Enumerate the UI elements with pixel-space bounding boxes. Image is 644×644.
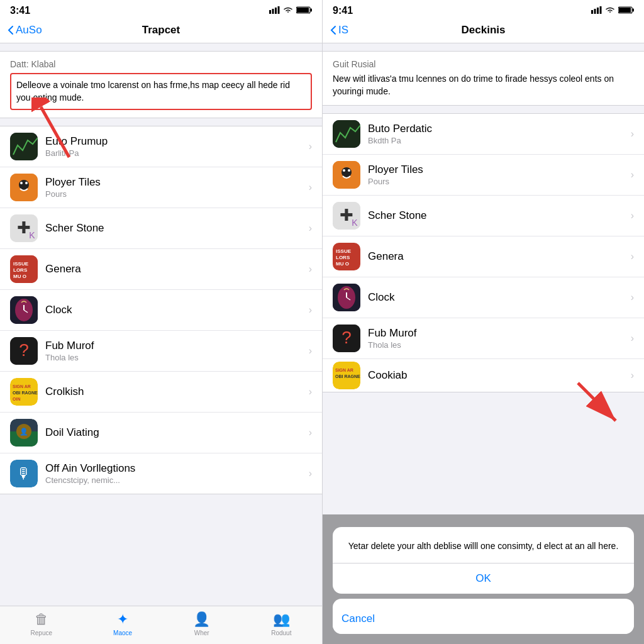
list-item[interactable]: Euto Prumup Barlitr Pa › [0, 126, 322, 167]
battery-icon-r [618, 6, 634, 16]
list-item[interactable]: ✚K Scher Stone › [0, 208, 322, 249]
euto-text: Euto Prumup Barlitr Pa [45, 135, 304, 158]
right-phone-panel: 9:41 IS Deckinis Guit Rusial New witl it… [322, 0, 644, 644]
tab-maoce[interactable]: ✦ Maoce [113, 611, 132, 636]
doil-icon: 👤 [10, 419, 38, 447]
svg-text:OBI RAGNE: OBI RAGNE [13, 391, 38, 395]
list-item[interactable]: ISSUELORSMU O Genera › [323, 236, 644, 277]
crolkish-icon: SIGN AROBI RAGNEOIN [10, 378, 38, 406]
list-item[interactable]: 👤 Doil Viating › [0, 413, 322, 453]
left-time: 3:41 [10, 5, 30, 16]
buto-icon [333, 120, 360, 148]
alert-ok-button[interactable]: OK [333, 563, 634, 594]
left-tab-bar: 🗑 Repuce ✦ Maoce 👤 Wher 👥 Roduut [0, 606, 322, 644]
svg-text:K: K [29, 230, 35, 240]
list-item[interactable]: Clock › [0, 290, 322, 331]
svg-point-47 [343, 169, 345, 172]
signal-icon-r [591, 6, 602, 16]
svg-text:LORS: LORS [336, 255, 350, 260]
chevron-icon: › [631, 169, 634, 180]
right-info-text: New witl itlivas'a tmu lcennes on do tri… [333, 73, 634, 97]
svg-text:👤: 👤 [19, 427, 28, 436]
scher-r-icon: ✚K [333, 202, 360, 230]
offain-icon: 🎙 [10, 460, 38, 487]
genera-text: Genera [45, 263, 304, 275]
right-back-button[interactable]: IS [330, 24, 348, 36]
chevron-icon: › [309, 264, 312, 275]
list-item[interactable]: SIGN AROBI RAGNE Cookiab › [323, 359, 644, 392]
svg-rect-1 [272, 9, 274, 14]
list-item[interactable]: ✚K Scher Stone › [323, 196, 644, 236]
alert-cancel-button[interactable]: Cancel [333, 604, 634, 634]
svg-text:SIGN AR: SIGN AR [335, 368, 353, 372]
alert-box: Yetar delete your alth deblise willl one… [333, 527, 634, 594]
crolkish-text: Crolkish [45, 386, 304, 398]
scher-r-text: Scher Stone [368, 209, 626, 222]
left-back-button[interactable]: AuSo [8, 24, 42, 36]
alert-cancel-box: Cancel [333, 599, 634, 634]
svg-text:LORS: LORS [13, 267, 28, 273]
left-nav-bar: AuSo Trapcet [0, 19, 322, 43]
list-item[interactable]: SIGN AROBI RAGNEOIN Crolkish › [0, 372, 322, 413]
svg-point-12 [20, 182, 23, 184]
buto-text: Buto Perdatic Bkdth Pa [368, 123, 626, 145]
chevron-icon: › [631, 370, 634, 381]
ployer-r-icon [333, 161, 360, 189]
alert-overlay: Yetar delete your alth deblise willl one… [323, 514, 644, 644]
list-item[interactable]: Ployer Tiles Pours › [0, 167, 322, 208]
ployer-icon [10, 174, 38, 201]
list-item[interactable]: Ployer Tiles Pours › [323, 155, 644, 196]
list-item[interactable]: Clock › [323, 277, 644, 318]
right-status-bar: 9:41 [323, 0, 644, 19]
fub-r-icon: ? [333, 325, 360, 352]
right-app-list: Buto Perdatic Bkdth Pa › Ployer Tiles Po… [323, 113, 644, 392]
chevron-icon: › [309, 427, 312, 438]
chevron-icon: › [309, 182, 312, 193]
person2-icon: 👥 [273, 611, 290, 628]
svg-text:?: ? [341, 328, 352, 347]
genera-r-text: Genera [368, 250, 626, 263]
right-info-header: Guit Rusial [333, 59, 634, 69]
trash-icon: 🗑 [35, 611, 48, 628]
svg-rect-2 [275, 8, 277, 14]
list-item[interactable]: Buto Perdatic Bkdth Pa › [323, 114, 644, 155]
svg-rect-39 [597, 8, 599, 14]
clock-r-icon [333, 284, 360, 311]
chevron-icon: › [631, 210, 634, 221]
svg-rect-5 [297, 8, 309, 13]
list-item[interactable]: ? Fub Murof Thola les › [323, 318, 644, 359]
clock-text: Clock [45, 304, 304, 316]
svg-text:ISSUE: ISSUE [13, 261, 29, 267]
tab-repuce[interactable]: 🗑 Repuce [31, 611, 52, 636]
chevron-icon: › [309, 468, 312, 479]
right-nav-title: Deckinis [462, 24, 506, 36]
battery-icon [296, 6, 312, 16]
wifi-icon-r [605, 6, 615, 16]
signal-icon [269, 6, 280, 16]
left-app-list: Euto Prumup Barlitr Pa › Ployer Tiles Po… [0, 126, 322, 494]
cookiab-icon: SIGN AROBI RAGNE [333, 362, 360, 389]
list-item[interactable]: 🎙 Off Ain Vorllegtions Ctencstcipy, nemi… [0, 453, 322, 494]
svg-rect-37 [591, 10, 593, 14]
tab-wher[interactable]: 👤 Wher [193, 611, 210, 636]
svg-rect-6 [311, 8, 313, 11]
tab-roduut[interactable]: 👥 Roduut [271, 611, 291, 636]
svg-text:🎙: 🎙 [16, 465, 31, 482]
left-status-icons [269, 6, 312, 16]
list-item[interactable]: ? Fub Murof Thola les › [0, 331, 322, 372]
svg-text:MU O: MU O [13, 274, 26, 279]
right-nav-bar: IS Deckinis [323, 19, 644, 43]
left-phone-panel: 3:41 AuSo Trapcet Datt: Klabal Delleove … [0, 0, 322, 644]
list-item[interactable]: ISSUELORSMU O Genera › [0, 249, 322, 290]
wifi-icon [283, 6, 293, 16]
ployer-text: Ployer Tiles Pours [45, 176, 304, 199]
star-icon: ✦ [117, 611, 128, 628]
svg-rect-3 [278, 6, 280, 14]
fub-r-text: Fub Murof Thola les [368, 327, 626, 350]
clock-icon [10, 296, 38, 324]
svg-text:OIN: OIN [13, 397, 20, 401]
left-info-text: Delleove a voinale tmo lcarenst on has f… [10, 73, 312, 110]
chevron-icon: › [309, 304, 312, 316]
svg-point-48 [348, 169, 350, 172]
chevron-icon: › [309, 386, 312, 397]
